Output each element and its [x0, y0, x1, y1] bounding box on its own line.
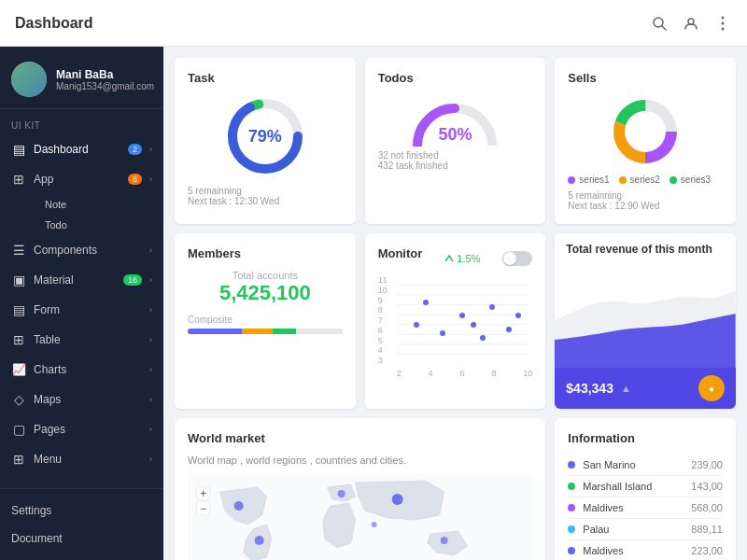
charts-icon: 📈 [11, 362, 26, 377]
sidebar-item-label: Table [34, 333, 142, 346]
info-country: Maldives [583, 545, 691, 556]
pages-icon: ▢ [11, 422, 26, 437]
todos-task-finished: 432 task finished [378, 161, 533, 171]
sidebar-item-settings[interactable]: Settings [0, 497, 163, 525]
sells-footer: 5 remainning Next task : 12:90 Wed [568, 190, 723, 211]
sells-remaining: 5 remainning [568, 190, 723, 201]
info-dot [568, 525, 575, 533]
note-label: Note [45, 199, 152, 210]
todos-percent: 50% [438, 125, 472, 145]
task-remaining: 5 remainning [188, 186, 343, 196]
sidebar-item-note[interactable]: Note [34, 194, 163, 215]
world-market-title: World market [188, 431, 532, 445]
svg-line-1 [662, 26, 666, 30]
scatter-area [397, 275, 529, 365]
user-name: Mani BaBa [56, 68, 154, 81]
information-title: Information [568, 431, 723, 445]
sells-next: Next task : 12:90 Wed [568, 201, 723, 211]
sidebar-item-pages[interactable]: ▢ Pages › [0, 414, 163, 444]
info-value: 568,00 [691, 502, 723, 513]
more-icon[interactable] [713, 14, 732, 33]
search-icon[interactable] [650, 14, 669, 33]
members-total-label: Total accounts [188, 270, 343, 281]
sidebar-item-form[interactable]: ▤ Form › [0, 295, 163, 325]
todos-card: Todos 50% 32 not finished 432 task finis… [365, 58, 546, 224]
maps-icon: ◇ [11, 392, 26, 407]
scatter-y-axis: 11109876543 [378, 275, 388, 365]
todos-title: Todos [378, 71, 533, 85]
info-row: Maldives 568,00 [568, 497, 723, 519]
task-title: Task [188, 71, 343, 85]
scatter-dot [440, 330, 445, 336]
svg-point-2 [688, 19, 694, 24]
user-email: Manig1534@gmail.com [56, 81, 154, 91]
task-footer: 5 remainning Next task : 12:30 Wed [188, 186, 343, 206]
sidebar-item-label: Pages [34, 423, 142, 436]
sells-title: Sells [568, 71, 723, 85]
scatter-dot [515, 313, 521, 318]
task-donut: 79% [223, 94, 307, 178]
sidebar-item-material[interactable]: ▣ Material 16 › [0, 265, 163, 295]
monitor-toggle[interactable] [502, 251, 532, 266]
sidebar-item-app[interactable]: ⊞ App 8 › [0, 164, 163, 194]
settings-label: Settings [11, 504, 152, 517]
revenue-value: $43,343 [566, 381, 613, 396]
sidebar-item-label: Charts [34, 363, 142, 376]
series3-label: series3 [681, 175, 711, 185]
sidebar-bottom: Settings Document [0, 488, 163, 560]
table-icon: ⊞ [11, 332, 26, 347]
svg-point-24 [372, 522, 377, 527]
app-badge: 8 [128, 174, 142, 185]
sidebar-item-label: Menu [34, 453, 142, 466]
form-icon: ▤ [11, 302, 26, 317]
account-icon[interactable] [682, 14, 700, 33]
revenue-card: Total revenue of this month $43,343 ▲ ● [555, 233, 736, 409]
info-row: Maldives 223,00 [568, 540, 723, 560]
task-chart: 79% [188, 94, 343, 178]
info-row: Palau 889,11 [568, 519, 723, 540]
material-icon: ▣ [11, 273, 26, 287]
svg-text:−: − [200, 502, 206, 515]
todos-footer: 32 not finished 432 task finished [378, 150, 533, 171]
info-row: Marshall Island 143,00 [568, 476, 723, 497]
revenue-trend: ▲ [621, 383, 631, 394]
info-dot [568, 547, 575, 554]
material-badge: 16 [123, 274, 142, 286]
monitor-header: Monitor 1.5% [378, 246, 533, 270]
information-rows: San Marino 239,00 Marshall Island 143,00… [568, 455, 723, 560]
svg-point-22 [338, 490, 345, 497]
task-percent: 79% [248, 127, 282, 147]
dashboard-icon: ▤ [11, 142, 26, 157]
menu-icon: ⊞ [11, 452, 26, 467]
svg-point-26 [255, 536, 264, 545]
app-icon: ⊞ [11, 172, 26, 187]
scatter-dot [506, 327, 512, 332]
sidebar-item-document[interactable]: Document [0, 525, 163, 553]
sidebar-section-label: Ui Kit [0, 109, 163, 134]
sidebar-item-todo[interactable]: Todo [34, 215, 163, 235]
sidebar: Mani BaBa Manig1534@gmail.com ▼ Ui Kit ▤… [0, 47, 163, 560]
sidebar-item-label: Components [34, 244, 142, 257]
scatter-dot [423, 300, 429, 305]
members-card: Members Total accounts 5,425,100 Composi… [175, 233, 356, 409]
scatter-dot [414, 322, 419, 328]
sidebar-item-menu[interactable]: ⊞ Menu › [0, 444, 163, 474]
sidebar-item-components[interactable]: ☰ Components › [0, 235, 163, 265]
sidebar-item-maps[interactable]: ◇ Maps › [0, 385, 163, 414]
members-title: Members [188, 246, 343, 260]
sells-card: Sells series1 series2 series3 5 remainni… [555, 58, 736, 224]
sidebar-user: Mani BaBa Manig1534@gmail.com ▼ [0, 47, 163, 109]
info-value: 889,11 [691, 524, 723, 535]
revenue-bottom: $43,343 ▲ ● [555, 368, 736, 409]
sidebar-item-dashboard[interactable]: ▤ Dashboard 2 › [0, 134, 163, 164]
user-info: Mani BaBa Manig1534@gmail.com [56, 68, 154, 91]
sidebar-sub-app: Note Todo [0, 194, 163, 235]
monitor-title: Monitor [378, 246, 423, 260]
monitor-trend: 1.5% [444, 253, 480, 264]
info-country: Marshall Island [583, 481, 691, 492]
sidebar-item-charts[interactable]: 📈 Charts › [0, 355, 163, 385]
members-total-value: 5,425,100 [188, 281, 343, 305]
svg-point-21 [234, 501, 244, 511]
monitor-card: Monitor 1.5% 11109876543 [365, 233, 546, 409]
sidebar-item-table[interactable]: ⊞ Table › [0, 325, 163, 355]
